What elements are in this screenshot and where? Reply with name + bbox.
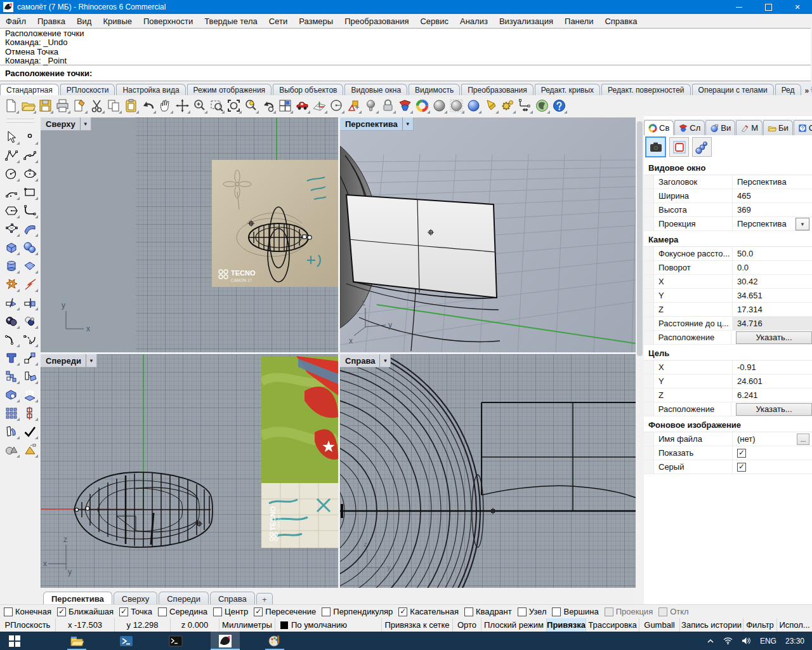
viewport-tab-top[interactable]: Сверху [114, 592, 157, 606]
filter-toggle[interactable]: Фильтр [743, 618, 777, 632]
options-gear-icon[interactable] [499, 96, 516, 115]
grid-snap-toggle[interactable]: Привязка к сетке [382, 618, 453, 632]
save-icon[interactable] [37, 96, 54, 115]
undo-view-icon[interactable] [259, 96, 277, 115]
panel-tab-properties[interactable]: Св [644, 120, 674, 135]
value-field[interactable]: Перспектива [733, 175, 812, 189]
point-tool-icon[interactable] [20, 128, 39, 146]
osnap-center[interactable]: Центр [213, 607, 248, 616]
curve-tool-icon[interactable] [20, 146, 39, 164]
boolean-union-tool-icon[interactable] [2, 312, 20, 330]
viewport-tab-perspective[interactable]: Перспектива [43, 592, 112, 606]
panel-tab-display[interactable]: Ви [705, 120, 735, 135]
viewport-perspective-label[interactable]: Перспектива ▼ [340, 117, 414, 131]
polyline-tool-icon[interactable] [2, 146, 20, 164]
start-button[interactable] [0, 632, 29, 650]
toolbar-tab-select[interactable]: Выбор объектов [273, 84, 343, 95]
menu-file[interactable]: Файл [0, 14, 32, 28]
scale-tool-icon[interactable] [20, 348, 39, 367]
palette-grip[interactable] [6, 119, 34, 120]
select-tool-icon[interactable] [2, 128, 20, 146]
toolbar-tab-visibility[interactable]: Видимость [409, 84, 460, 95]
viewport-top[interactable]: TECNO CAMON 17 y x Сверху ▼ [41, 117, 338, 352]
value-field[interactable]: 465 [733, 189, 812, 202]
boolean-difference-tool-icon[interactable] [20, 312, 39, 330]
menu-surfaces[interactable]: Поверхности [138, 14, 199, 28]
panel-scrollbar[interactable] [636, 116, 644, 604]
panel-tab-help[interactable]: Сп [794, 120, 812, 135]
command-history[interactable]: Расположение точки Команда: _Undo Отмена… [0, 28, 811, 65]
taskbar-explorer-icon[interactable] [62, 632, 91, 650]
taskbar-rhino-icon[interactable]: 6 [211, 632, 240, 650]
polygon-tool-icon[interactable] [2, 201, 20, 220]
viewport-front-label[interactable]: Спереди ▼ [41, 354, 97, 368]
add-viewport-tab-button[interactable]: + [256, 593, 273, 606]
osnap-perpendicular[interactable]: Перпендикуляр [322, 607, 393, 616]
viewport-properties-button[interactable] [645, 136, 666, 157]
toolbar-tab-display[interactable]: Режим отображения [187, 84, 272, 95]
osnap-intersection[interactable]: Пересечение [254, 607, 316, 616]
projection-select[interactable]: Перспектива▼ [733, 217, 812, 230]
osnap-mid[interactable]: Середина [158, 607, 207, 616]
toolbar-tab-cplanes[interactable]: РПлоскости [60, 84, 115, 95]
osnap-vertex[interactable]: Вершина [552, 607, 598, 616]
taskbar-powershell-icon[interactable] [112, 632, 141, 650]
viewport-top-dropdown-icon[interactable]: ▼ [80, 117, 91, 130]
lightbulb-icon[interactable] [362, 96, 379, 115]
array-rect-tool-icon[interactable] [2, 404, 20, 422]
command-prompt[interactable]: Расположение точки: [0, 65, 811, 81]
check-tool-icon[interactable] [20, 422, 39, 441]
rendered-view-icon[interactable] [465, 96, 482, 115]
rotate-view-icon[interactable] [174, 96, 191, 115]
osnap-near[interactable]: Ближайшая [57, 607, 114, 616]
minimize-button[interactable] [724, 0, 754, 14]
explode-burst-tool-icon[interactable] [20, 275, 39, 293]
copy-icon[interactable] [105, 96, 122, 115]
zoom-dynamic-icon[interactable] [191, 96, 208, 115]
cplane-cell[interactable]: РПлоскость [0, 618, 56, 632]
value-field[interactable]: 34.651 [733, 289, 812, 302]
viewport-tab-right[interactable]: Справа [210, 592, 255, 606]
paste-icon[interactable] [122, 96, 140, 115]
move-car-icon[interactable] [294, 96, 311, 115]
layers-icon[interactable] [396, 96, 414, 115]
dimension-icon[interactable] [516, 96, 534, 115]
surface-points-tool-icon[interactable] [2, 220, 20, 238]
osnap-quadrant[interactable]: Квадрант [464, 607, 512, 616]
menu-analyze[interactable]: Анализ [454, 14, 494, 28]
value-field[interactable]: 17.314 [733, 303, 812, 316]
blend-curves-tool-icon[interactable] [20, 330, 39, 348]
array-linear-tool-icon[interactable] [20, 404, 39, 422]
maximize-button[interactable] [754, 0, 783, 14]
taskbar-cmd-icon[interactable] [161, 632, 190, 650]
target-place-button[interactable]: Указать... [736, 403, 812, 416]
menu-edit[interactable]: Правка [32, 14, 71, 28]
ghosted-view-icon[interactable] [448, 96, 465, 115]
color-wheel-icon[interactable] [414, 96, 431, 115]
tab-overflow-chevron[interactable]: » [804, 86, 811, 95]
memory-cell[interactable]: Испол... [777, 618, 812, 632]
pan-hand-icon[interactable] [157, 96, 174, 115]
panel-tab-libraries[interactable]: Би [763, 120, 793, 135]
toolbar-tab-set-view[interactable]: Настройка вида [116, 84, 185, 95]
osnap-point[interactable]: Точка [119, 607, 152, 616]
array-tool-icon[interactable] [2, 367, 20, 385]
menu-view[interactable]: Вид [71, 14, 98, 28]
value-field[interactable]: 30.42 [733, 275, 812, 288]
filename-field[interactable]: (нет)... [733, 432, 812, 446]
explode-tool-icon[interactable] [2, 275, 20, 293]
viewport-top-label[interactable]: Сверху ▼ [41, 117, 91, 131]
cage-edit-tool-icon[interactable] [20, 441, 39, 459]
cut-icon[interactable] [88, 96, 105, 115]
boolean-gray-tool-icon[interactable] [2, 441, 20, 459]
viewport-perspective[interactable]: z y x Перспектива ▼ [340, 117, 636, 352]
panel-tab-layers[interactable]: Сл [674, 120, 705, 135]
osnap-toggle[interactable]: Привязка [547, 618, 586, 632]
viewport-right-dropdown-icon[interactable]: ▼ [379, 354, 390, 367]
edit-notes-icon[interactable] [71, 96, 88, 115]
trim-tool-icon[interactable] [2, 293, 20, 312]
object-properties-button[interactable] [692, 137, 712, 157]
ellipse-tool-icon[interactable] [20, 164, 39, 183]
sphere-tool-icon[interactable] [20, 238, 39, 256]
menu-tools[interactable]: Сервис [414, 14, 454, 28]
